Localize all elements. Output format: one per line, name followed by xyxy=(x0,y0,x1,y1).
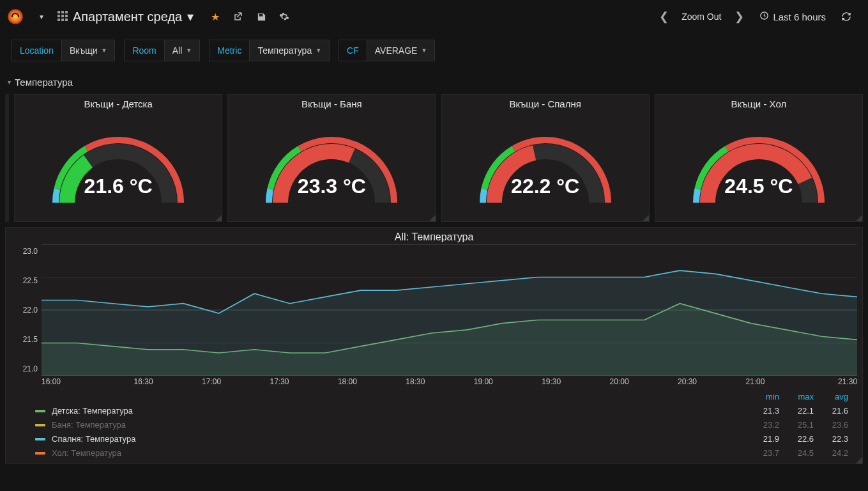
var-label: Room xyxy=(124,40,164,61)
graph-panel[interactable]: All: Температура 23.022.522.021.521.0 16… xyxy=(5,227,863,464)
svg-rect-10 xyxy=(259,13,263,16)
svg-rect-5 xyxy=(61,15,64,17)
svg-rect-2 xyxy=(61,11,64,13)
panel-resize-corner[interactable] xyxy=(643,215,649,221)
panel-resize-handle[interactable] xyxy=(5,94,9,222)
refresh-button[interactable] xyxy=(835,5,858,28)
caret-down-icon: ▼ xyxy=(38,13,45,20)
gauge-value: 24.5 °C xyxy=(676,175,842,198)
star-button[interactable]: ★ xyxy=(204,5,227,28)
time-back-button[interactable]: ❮ xyxy=(652,5,675,28)
svg-rect-6 xyxy=(65,15,68,17)
caret-down-icon: ▼ xyxy=(186,40,192,61)
svg-rect-7 xyxy=(57,19,60,21)
legend-header-max[interactable]: max xyxy=(787,390,821,403)
gauge: 23.3 °C xyxy=(248,113,415,209)
panel-resize-corner[interactable] xyxy=(215,215,222,221)
panel-resize-corner[interactable] xyxy=(856,457,862,464)
clock-icon xyxy=(759,11,769,22)
gauge: 21.6 °C xyxy=(35,113,201,209)
svg-rect-8 xyxy=(61,19,64,21)
dashboard-title: Апартамент среда xyxy=(73,10,182,24)
time-controls: ❮ Zoom Out ❯ Last 6 hours xyxy=(652,5,858,28)
legend-header-min[interactable]: min xyxy=(752,390,787,403)
x-axis: 16:0016:3017:0017:3018:0018:3019:0019:30… xyxy=(6,376,862,386)
gauge-panel-1[interactable]: Вкъщи - Баня 23.3 °C xyxy=(227,94,436,222)
legend-row[interactable]: Детска: Температура21.322.121.6 xyxy=(27,403,856,417)
row-toggle[interactable]: ▾ Температура xyxy=(0,72,868,94)
var-value-dropdown[interactable]: Температура▼ xyxy=(249,40,330,61)
caret-down-icon: ▼ xyxy=(102,40,107,61)
svg-rect-4 xyxy=(57,15,60,17)
caret-down-icon: ▾ xyxy=(187,9,194,24)
legend-row[interactable]: Спалня: Температура21.922.622.3 xyxy=(27,432,856,446)
panel-title: Вкъщи - Баня xyxy=(301,95,362,109)
gauge-value: 22.2 °C xyxy=(462,175,628,198)
chevron-down-icon: ▾ xyxy=(8,79,11,86)
panel-title: All: Температура xyxy=(6,228,862,244)
gauge-row: Вкъщи - Детска 21.6 °C Вкъщи - Баня 23.3… xyxy=(0,94,868,222)
gauge: 24.5 °C xyxy=(676,113,842,209)
plot-area[interactable] xyxy=(42,244,857,376)
time-range-picker[interactable]: Last 6 hours xyxy=(753,11,832,22)
var-value-dropdown[interactable]: All▼ xyxy=(164,40,200,61)
panel-title: Вкъщи - Спалня xyxy=(509,95,581,109)
dashboard-picker[interactable]: Апартамент среда ▾ xyxy=(51,4,200,29)
save-button[interactable] xyxy=(250,5,273,28)
time-forward-button[interactable]: ❯ xyxy=(727,5,750,28)
legend-header-avg[interactable]: avg xyxy=(821,390,856,403)
panel-resize-corner[interactable] xyxy=(856,215,862,221)
gauge-panel-0[interactable]: Вкъщи - Детска 21.6 °C xyxy=(14,94,222,222)
home-dropdown[interactable]: ▼ xyxy=(28,4,51,29)
zoom-out-button[interactable]: Zoom Out xyxy=(678,12,725,22)
row-title: Температура xyxy=(15,77,73,88)
legend-row[interactable]: Баня: Температура23.225.123.6 xyxy=(27,417,856,432)
svg-point-0 xyxy=(8,9,23,24)
caret-down-icon: ▼ xyxy=(316,40,321,61)
var-cf: CF AVERAGE▼ xyxy=(339,40,435,61)
panel-resize-corner[interactable] xyxy=(429,215,436,221)
y-axis: 23.022.522.021.521.0 xyxy=(10,244,42,376)
var-label: Location xyxy=(11,40,61,61)
legend-row[interactable]: Хол: Температура23.724.524.2 xyxy=(27,446,856,460)
legend-table: min max avg Детска: Температура21.322.12… xyxy=(6,386,862,464)
var-location: Location Вкъщи▼ xyxy=(11,40,115,61)
settings-button[interactable] xyxy=(273,5,296,28)
grafana-logo[interactable] xyxy=(5,6,26,27)
var-room: Room All▼ xyxy=(124,40,200,61)
gauge-value: 23.3 °C xyxy=(248,175,415,198)
share-button[interactable] xyxy=(227,5,250,28)
dashboard-grid-icon xyxy=(57,10,68,24)
caret-down-icon: ▼ xyxy=(421,40,427,61)
panel-title: Вкъщи - Хол xyxy=(731,95,787,109)
gauge: 22.2 °C xyxy=(462,113,628,209)
gauge-panel-2[interactable]: Вкъщи - Спалня 22.2 °C xyxy=(441,94,650,222)
var-label: CF xyxy=(339,40,367,61)
svg-rect-1 xyxy=(57,11,60,13)
svg-rect-9 xyxy=(65,19,68,21)
gauge-panel-3[interactable]: Вкъщи - Хол 24.5 °C xyxy=(655,94,863,222)
top-nav: ▼ Апартамент среда ▾ ★ ❮ Zoom Out ❯ Last… xyxy=(0,0,868,33)
template-variable-bar: Location Вкъщи▼ Room All▼ Metric Темпера… xyxy=(0,33,868,72)
var-metric: Metric Температура▼ xyxy=(209,40,330,61)
svg-rect-3 xyxy=(65,11,68,13)
var-value-dropdown[interactable]: AVERAGE▼ xyxy=(367,40,436,61)
var-label: Metric xyxy=(209,40,249,61)
var-value-dropdown[interactable]: Вкъщи▼ xyxy=(61,40,115,61)
panel-title: Вкъщи - Детска xyxy=(84,95,152,109)
gauge-value: 21.6 °C xyxy=(35,175,201,198)
